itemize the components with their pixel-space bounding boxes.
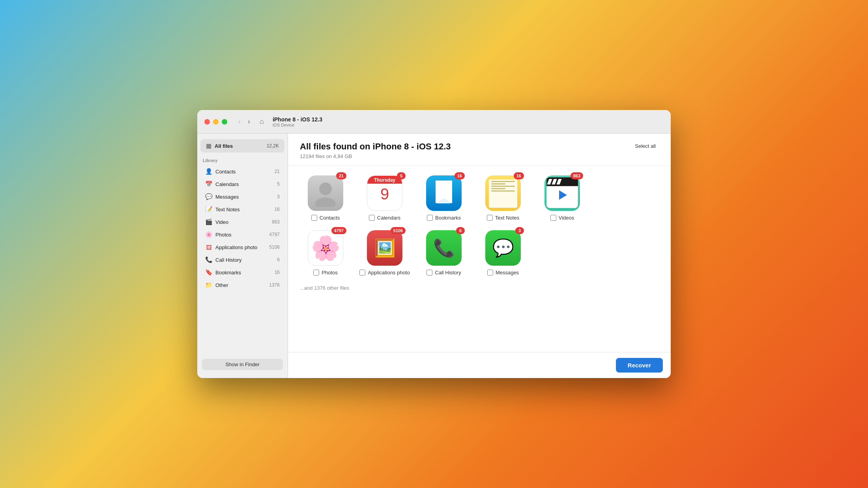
main-body: ▦ All files 12,2K Library 👤 Contacts 21 …: [197, 134, 671, 378]
calendars-icon: 📅: [205, 181, 212, 188]
callhistory-grid-label: Call History: [435, 270, 461, 276]
title-bar: ‹ › ⌂ iPhone 8 - iOS 12.3 iOS Device: [197, 110, 671, 134]
show-in-finder-button[interactable]: Show in Finder: [202, 359, 283, 370]
svg-point-0: [319, 183, 332, 195]
sidebar-appsphoto-count: 5106: [269, 244, 280, 250]
grid-item-photos[interactable]: 🌸 4797 Photos: [300, 230, 351, 276]
grid-item-messages[interactable]: 💬 3 Messages: [477, 230, 529, 276]
videos-grid-icon: [544, 175, 580, 211]
photos-badge: 4797: [331, 227, 346, 234]
back-button[interactable]: ‹: [236, 117, 243, 127]
grid-item-textnotes[interactable]: 16 Text Notes: [477, 175, 529, 221]
grid-item-bookmarks[interactable]: 16 Bookmarks: [418, 175, 470, 221]
svg-point-1: [315, 197, 336, 207]
messages-grid-icon: 💬: [485, 230, 521, 266]
device-name: iPhone 8 - iOS 12.3: [273, 116, 322, 123]
sidebar-messages-label: Messages: [215, 194, 239, 200]
messages-checkbox[interactable]: [487, 270, 493, 276]
sidebar-item-textnotes[interactable]: 📝 Text Notes 16: [200, 203, 285, 215]
sidebar-textnotes-label: Text Notes: [215, 207, 239, 212]
bookmarks-icon: 🔖: [205, 269, 212, 276]
grid-item-contacts[interactable]: 21 Contacts: [300, 175, 351, 221]
appsphoto-grid-label: Applications photo: [368, 270, 410, 276]
appsphoto-checkbox[interactable]: [359, 270, 365, 276]
sidebar-item-contacts[interactable]: 👤 Contacts 21: [200, 166, 285, 177]
sidebar-video-label: Video: [215, 219, 228, 225]
sidebar-video-count: 863: [272, 219, 280, 225]
bookmarks-badge: 16: [455, 172, 465, 179]
appsphoto-icon: 🖼: [205, 244, 212, 251]
main-window: ‹ › ⌂ iPhone 8 - iOS 12.3 iOS Device ▦ A…: [197, 110, 671, 378]
photos-icon: 🌸: [205, 231, 212, 238]
device-subtitle: iOS Device: [273, 123, 322, 127]
videos-checkbox[interactable]: [550, 215, 556, 221]
photos-checkbox-label[interactable]: Photos: [313, 270, 337, 276]
device-info: iPhone 8 - iOS 12.3 iOS Device: [273, 116, 322, 127]
minimize-button[interactable]: [213, 119, 219, 125]
content-header: All files found on iPhone 8 - iOS 12.3 1…: [288, 134, 671, 166]
photos-checkbox[interactable]: [313, 270, 319, 276]
sidebar-appsphoto-label: Applications photo: [215, 244, 257, 250]
sidebar-item-appsphoto[interactable]: 🖼 Applications photo 5106: [200, 241, 285, 253]
photos-grid-label: Photos: [322, 270, 337, 276]
bookmarks-grid-icon: [426, 175, 462, 211]
grid-item-callhistory[interactable]: 📞 6 Call History: [418, 230, 470, 276]
textnotes-icon: 📝: [205, 206, 212, 213]
photos-grid-icon: 🌸: [308, 230, 343, 266]
grid-row-1: 21 Contacts Thursday: [300, 175, 659, 221]
library-label: Library: [197, 156, 288, 165]
sidebar-item-other[interactable]: 📁 Other 1376: [200, 279, 285, 291]
sidebar-footer: Show in Finder: [197, 355, 288, 374]
content-area: All files found on iPhone 8 - iOS 12.3 1…: [288, 134, 671, 378]
sidebar-callhistory-count: 6: [277, 257, 280, 263]
all-files-icon: ▦: [206, 142, 211, 149]
traffic-lights: [204, 119, 227, 125]
callhistory-checkbox[interactable]: [427, 270, 432, 276]
calendars-checkbox[interactable]: [369, 215, 375, 221]
contacts-badge: 21: [336, 172, 346, 179]
textnotes-checkbox[interactable]: [487, 215, 493, 221]
sidebar-item-bookmarks[interactable]: 🔖 Bookmarks 16: [200, 266, 285, 278]
recover-button[interactable]: Recover: [616, 358, 663, 373]
sidebar-item-callhistory[interactable]: 📞 Call History 6: [200, 254, 285, 266]
messages-grid-label: Messages: [496, 270, 519, 276]
sidebar-all-files[interactable]: ▦ All files 12,2K: [200, 139, 284, 153]
appsphoto-grid-icon: 🖼️: [367, 230, 402, 266]
appsphoto-checkbox-label[interactable]: Applications photo: [359, 270, 410, 276]
grid-item-calendars[interactable]: Thursday 9 5 Calendars: [359, 175, 410, 221]
videos-grid-label: Videos: [559, 215, 574, 221]
bookmarks-checkbox-label[interactable]: Bookmarks: [427, 215, 461, 221]
nav-buttons: ‹ ›: [236, 117, 253, 127]
page-title: All files found on iPhone 8 - iOS 12.3: [300, 142, 451, 152]
content-grid: 21 Contacts Thursday: [288, 166, 671, 352]
calendars-checkbox-label[interactable]: Calendars: [369, 215, 400, 221]
messages-badge: 3: [515, 227, 524, 234]
sidebar-contacts-count: 21: [275, 169, 280, 174]
sidebar-item-messages[interactable]: 💬 Messages 3: [200, 191, 285, 203]
contacts-icon: 👤: [205, 168, 212, 175]
all-files-count: 12,2K: [267, 143, 279, 149]
sidebar-contacts-label: Contacts: [215, 169, 236, 175]
sidebar-messages-count: 3: [277, 194, 280, 199]
textnotes-checkbox-label[interactable]: Text Notes: [487, 215, 519, 221]
bookmarks-checkbox[interactable]: [427, 215, 433, 221]
contacts-checkbox[interactable]: [311, 215, 317, 221]
forward-button[interactable]: ›: [245, 117, 253, 127]
contacts-grid-label: Contacts: [320, 215, 340, 221]
grid-item-appsphoto[interactable]: 🖼️ 5106 Applications photo: [359, 230, 410, 276]
videos-checkbox-label[interactable]: Videos: [550, 215, 574, 221]
close-button[interactable]: [204, 119, 210, 125]
sidebar-item-video[interactable]: 🎬 Video 863: [200, 216, 285, 228]
grid-row-2: 🌸 4797 Photos 🖼️: [300, 230, 659, 276]
sidebar-calendars-label: Calendars: [215, 181, 239, 187]
home-button[interactable]: ⌂: [257, 117, 266, 127]
messages-checkbox-label[interactable]: Messages: [487, 270, 519, 276]
contacts-checkbox-label[interactable]: Contacts: [311, 215, 340, 221]
callhistory-checkbox-label[interactable]: Call History: [427, 270, 461, 276]
sidebar-item-calendars[interactable]: 📅 Calendars 5: [200, 178, 285, 190]
grid-item-videos[interactable]: 863 Videos: [537, 175, 588, 221]
select-all-button[interactable]: Select all: [632, 142, 659, 151]
maximize-button[interactable]: [222, 119, 227, 125]
callhistory-icon: 📞: [205, 256, 212, 263]
sidebar-item-photos[interactable]: 🌸 Photos 4797: [200, 229, 285, 240]
